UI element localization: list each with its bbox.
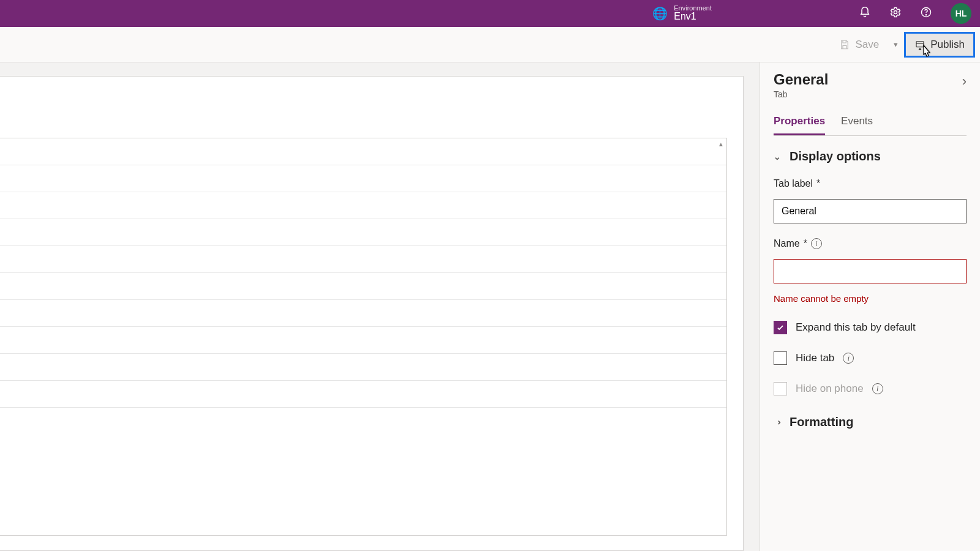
panel-title: General [774, 71, 828, 88]
info-icon[interactable]: i [811, 238, 822, 249]
publish-icon [914, 39, 925, 50]
save-icon [839, 39, 850, 50]
header-actions: HL [859, 3, 971, 24]
required-marker: * [816, 178, 820, 189]
panel-tabs: Properties Events [774, 110, 967, 136]
form-row[interactable] [0, 354, 726, 381]
svg-rect-3 [916, 41, 924, 47]
section-display-options[interactable]: ⌄ Display options [774, 149, 967, 163]
form-section[interactable]: ▲ [0, 138, 727, 536]
form-row[interactable] [0, 192, 726, 219]
scroll-up-icon[interactable]: ▲ [718, 141, 724, 148]
help-icon[interactable] [920, 6, 932, 21]
command-bar: Save ▾ Publish [0, 27, 980, 62]
main-area: ▲ General Tab › Properties Events ⌄ [0, 62, 980, 551]
avatar-initials: HL [956, 9, 967, 18]
tab-events[interactable]: Events [841, 110, 873, 135]
chevron-right-icon[interactable]: › [962, 73, 967, 89]
chevron-right-icon: ⌄ [772, 419, 782, 426]
properties-panel: General Tab › Properties Events ⌄ Displa… [760, 62, 980, 551]
expand-label: Expand this tab by default [796, 321, 916, 334]
form-row[interactable] [0, 138, 726, 165]
form-row[interactable] [0, 246, 726, 273]
check-icon [776, 323, 785, 332]
save-split-chevron-icon[interactable]: ▾ [890, 40, 902, 49]
hide-on-phone-label: Hide on phone [796, 383, 864, 395]
panel-subtitle: Tab [774, 89, 828, 99]
save-button: Save [831, 34, 888, 56]
section-formatting-label: Formatting [790, 415, 853, 429]
bell-icon[interactable] [859, 6, 871, 21]
expand-by-default-row: Expand this tab by default [774, 321, 967, 334]
form-row[interactable] [0, 165, 726, 192]
form-row[interactable] [0, 327, 726, 354]
form-row[interactable] [0, 219, 726, 246]
environment-picker[interactable]: 🌐 Environment Env1 [652, 5, 712, 22]
hide-tab-checkbox[interactable] [774, 351, 787, 365]
app-header: 🌐 Environment Env1 HL [0, 0, 980, 27]
tab-label-input[interactable] [774, 199, 967, 223]
name-field-label: Name * i [774, 238, 967, 249]
info-icon[interactable]: i [872, 383, 883, 394]
tab-label-field-label: Tab label * [774, 178, 967, 189]
hide-on-phone-row: Hide on phone i [774, 382, 967, 395]
environment-label: Environment [674, 5, 712, 12]
tab-label-text: Tab label [774, 178, 813, 189]
form-row[interactable] [0, 273, 726, 300]
svg-point-0 [894, 10, 897, 13]
chevron-down-icon: ⌄ [774, 152, 781, 162]
section-display-options-label: Display options [790, 149, 881, 163]
form-row[interactable] [0, 381, 726, 408]
avatar[interactable]: HL [951, 3, 971, 24]
hide-on-phone-checkbox [774, 382, 787, 395]
environment-text: Environment Env1 [674, 5, 712, 22]
publish-label: Publish [930, 39, 965, 51]
publish-button-highlight: Publish [904, 32, 975, 58]
globe-icon: 🌐 [652, 6, 668, 21]
publish-button[interactable]: Publish [906, 34, 973, 56]
form-canvas[interactable]: ▲ [0, 76, 744, 551]
tab-properties[interactable]: Properties [774, 110, 825, 135]
panel-header: General Tab › [774, 71, 967, 99]
required-marker: * [804, 238, 807, 249]
name-error-message: Name cannot be empty [774, 293, 967, 304]
expand-checkbox[interactable] [774, 321, 787, 334]
svg-point-2 [925, 14, 926, 15]
save-label: Save [855, 39, 879, 51]
name-input[interactable] [774, 259, 967, 283]
form-row[interactable] [0, 300, 726, 327]
gear-icon[interactable] [889, 6, 902, 21]
section-formatting[interactable]: ⌄ Formatting [774, 415, 967, 429]
info-icon[interactable]: i [843, 353, 854, 364]
hide-tab-row: Hide tab i [774, 351, 967, 365]
environment-name: Env1 [674, 12, 712, 22]
hide-tab-label: Hide tab [796, 352, 834, 364]
name-label-text: Name [774, 238, 800, 249]
